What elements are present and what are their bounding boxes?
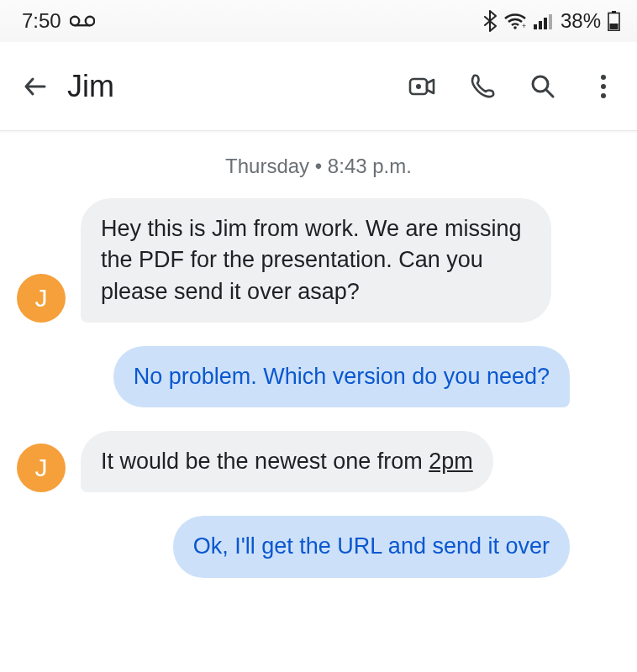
- arrow-left-icon: [21, 72, 50, 101]
- back-button[interactable]: [15, 66, 55, 107]
- more-button[interactable]: [585, 68, 622, 105]
- svg-rect-8: [549, 14, 552, 29]
- conversation-area[interactable]: Thursday • 8:43 p.m. J Hey this is Jim f…: [0, 131, 637, 578]
- status-time: 7:50: [22, 9, 61, 33]
- call-button[interactable]: [464, 68, 501, 105]
- voicemail-icon: [70, 14, 95, 28]
- contact-title[interactable]: Jim: [67, 69, 403, 104]
- app-toolbar: Jim: [0, 42, 637, 131]
- svg-rect-7: [544, 18, 547, 29]
- battery-icon: [608, 11, 620, 31]
- avatar[interactable]: J: [17, 274, 66, 323]
- svg-point-16: [601, 75, 606, 80]
- message-bubble[interactable]: It would be the newest one from 2pm: [81, 431, 493, 492]
- battery-percent: 38%: [561, 9, 601, 33]
- date-separator: Thursday • 8:43 p.m.: [17, 155, 620, 178]
- message-row-incoming: J It would be the newest one from 2pm: [17, 431, 620, 492]
- message-text: It would be the newest one from: [101, 449, 429, 474]
- cell-signal-icon: [534, 13, 554, 29]
- svg-point-13: [416, 84, 421, 89]
- message-row-incoming: J Hey this is Jim from work. We are miss…: [17, 198, 620, 323]
- svg-rect-11: [610, 24, 619, 29]
- wifi-icon: +: [503, 12, 527, 30]
- phone-icon: [466, 71, 498, 102]
- svg-rect-6: [539, 21, 542, 29]
- svg-line-15: [546, 90, 553, 97]
- bluetooth-icon: [483, 10, 497, 32]
- video-call-button[interactable]: [403, 68, 440, 105]
- time-link[interactable]: 2pm: [429, 449, 473, 474]
- message-row-outgoing: Ok, I'll get the URL and send it over: [17, 516, 620, 577]
- avatar[interactable]: J: [17, 444, 66, 492]
- status-bar: 7:50 +: [0, 0, 637, 42]
- svg-point-3: [513, 26, 517, 29]
- svg-point-17: [601, 84, 606, 89]
- message-bubble[interactable]: Ok, I'll get the URL and send it over: [173, 516, 570, 577]
- message-row-outgoing: No problem. Which version do you need?: [17, 346, 620, 407]
- svg-point-18: [601, 93, 606, 98]
- message-bubble[interactable]: No problem. Which version do you need?: [113, 346, 570, 407]
- video-icon: [405, 70, 439, 103]
- search-button[interactable]: [524, 68, 561, 105]
- search-icon: [528, 71, 558, 102]
- message-bubble[interactable]: Hey this is Jim from work. We are missin…: [81, 198, 551, 323]
- svg-point-1: [86, 17, 94, 25]
- svg-point-0: [71, 17, 79, 25]
- svg-text:+: +: [522, 22, 526, 30]
- svg-rect-5: [534, 24, 537, 29]
- more-vert-icon: [599, 73, 608, 100]
